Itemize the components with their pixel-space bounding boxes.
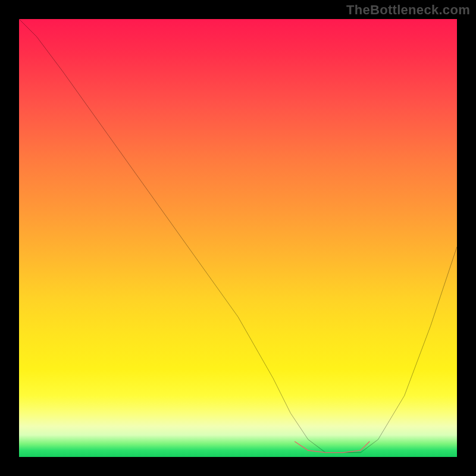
chart-frame: TheBottleneck.com bbox=[0, 0, 476, 476]
curve-layer bbox=[19, 19, 457, 457]
bottleneck-curve-path bbox=[19, 19, 457, 453]
watermark-text: TheBottleneck.com bbox=[346, 2, 470, 18]
bottleneck-range-marker-path bbox=[295, 441, 369, 452]
plot-area bbox=[19, 19, 457, 457]
